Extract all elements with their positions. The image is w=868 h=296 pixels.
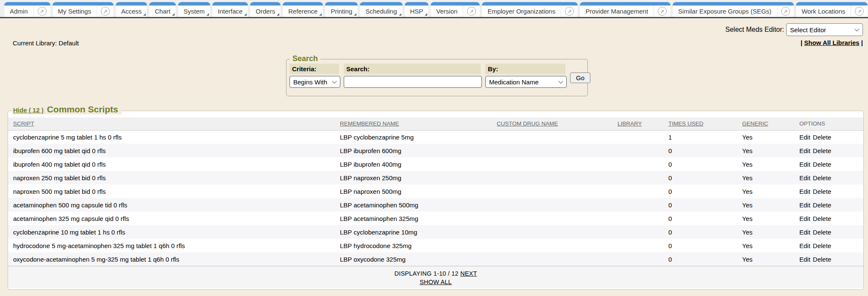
sort-link[interactable]: SCRIPT <box>13 120 34 127</box>
edit-link[interactable]: Edit <box>799 256 810 263</box>
current-library-label: Current Library: Default <box>13 39 79 47</box>
delete-link[interactable]: Delete <box>813 242 831 249</box>
meds-editor-area: Select Meds Editor: Select Editor | Show… <box>725 23 863 46</box>
external-link-button[interactable]: ↗ <box>34 6 50 17</box>
cell-library <box>614 184 665 198</box>
search-panel-legend: Search <box>290 54 320 63</box>
nav-tab-version[interactable]: Version↗ <box>431 2 480 17</box>
edit-link[interactable]: Edit <box>799 161 810 168</box>
sort-link[interactable]: TIMES USED <box>668 120 704 127</box>
cell-remembered-name: LBP cyclobenzaprine 10mg <box>337 225 493 239</box>
criteria-select[interactable]: Begins With <box>289 76 340 88</box>
table-row: oxycodone-acetaminophen 5 mg-325 mg tabl… <box>8 252 863 266</box>
nav-tab-work-locations[interactable]: Work Locations↗ <box>796 2 868 17</box>
nav-tab-my-settings[interactable]: My Settings↗ <box>53 2 114 17</box>
nav-tab-label: Interface <box>212 6 248 17</box>
external-link-button[interactable]: ↗ <box>97 6 114 17</box>
cell-options: EditDelete <box>796 239 863 252</box>
dropdown-corner-icon <box>244 13 247 16</box>
delete-link[interactable]: Delete <box>813 201 831 209</box>
cell-remembered-name: LBP naproxen 250mg <box>337 171 493 184</box>
nav-tab-access[interactable]: Access <box>116 2 147 17</box>
nav-tab-scheduling[interactable]: Scheduling <box>360 2 402 17</box>
external-link-button[interactable]: ↗ <box>561 6 578 17</box>
cell-library <box>614 252 665 266</box>
nav-tab-similar-exposure-groups-segs[interactable]: Similar Exposure Groups (SEGs)↗ <box>673 2 794 17</box>
next-page-link[interactable]: NEXT <box>460 270 477 277</box>
nav-tab-label: Admin <box>4 6 33 17</box>
nav-tab-interface[interactable]: Interface <box>212 2 248 17</box>
external-link-button[interactable]: ↗ <box>777 6 794 17</box>
delete-link[interactable]: Delete <box>813 174 831 182</box>
go-button[interactable]: Go <box>570 73 590 83</box>
cell-options: EditDelete <box>796 225 863 239</box>
cell-script: oxycodone-acetaminophen 5 mg-325 mg tabl… <box>8 252 337 266</box>
column-header-custom-drug-name: CUSTOM DRUG NAME <box>493 117 614 130</box>
external-link-circle-arrow-icon: ↗ <box>658 7 667 16</box>
nav-tab-reference[interactable]: Reference <box>283 2 323 17</box>
sort-link[interactable]: GENERIC <box>742 120 768 127</box>
common-scripts-panel: Hide ( 12 ) Common Scripts SCRIPTREMEMBE… <box>8 111 864 290</box>
chevron-down-icon <box>332 79 337 84</box>
cell-custom-drug-name <box>493 212 614 225</box>
search-by-select[interactable]: Medication Name <box>485 76 567 88</box>
delete-link[interactable]: Delete <box>813 147 831 154</box>
external-link-button[interactable]: ↗ <box>463 6 480 17</box>
edit-link[interactable]: Edit <box>799 147 810 154</box>
cell-generic: Yes <box>739 252 796 266</box>
edit-link[interactable]: Edit <box>799 201 810 209</box>
column-header-times-used: TIMES USED <box>665 117 739 130</box>
nav-tab-hsp[interactable]: HSP <box>405 2 429 17</box>
edit-link[interactable]: Edit <box>799 229 810 236</box>
table-row: hydrocodone 5 mg-acetaminophen 325 mg ta… <box>8 239 863 252</box>
dropdown-corner-icon <box>399 13 401 16</box>
sort-link[interactable]: CUSTOM DRUG NAME <box>497 120 558 127</box>
cell-library <box>614 239 665 252</box>
cell-generic: Yes <box>739 144 796 157</box>
sort-link[interactable]: REMEMBERED NAME <box>340 120 399 127</box>
delete-link[interactable]: Delete <box>813 229 831 236</box>
by-label: By: <box>485 64 565 74</box>
nav-tab-label: System <box>178 6 210 17</box>
edit-link[interactable]: Edit <box>799 242 810 249</box>
displaying-text: DISPLAYING 1-10 / 12 <box>395 270 459 277</box>
delete-link[interactable]: Delete <box>813 188 831 195</box>
external-link-circle-arrow-icon: ↗ <box>565 7 574 16</box>
nav-tab-provider-management[interactable]: Provider Management↗ <box>580 2 670 17</box>
table-pagination: DISPLAYING 1-10 / 12 NEXT SHOW ALL <box>8 266 863 288</box>
nav-tab-employer-organizations[interactable]: Employer Organizations↗ <box>482 2 578 17</box>
external-link-button[interactable]: ↗ <box>654 6 670 17</box>
search-input[interactable] <box>344 76 482 88</box>
table-row: ibuprofen 600 mg tablet qid 0 rflsLBP ib… <box>8 144 863 157</box>
dropdown-corner-icon <box>319 13 322 16</box>
nav-tab-label: Work Locations <box>796 6 851 17</box>
delete-link[interactable]: Delete <box>813 161 831 168</box>
sort-link[interactable]: LIBRARY <box>618 120 642 127</box>
edit-link[interactable]: Edit <box>799 188 810 195</box>
pipe-left: | <box>801 39 802 46</box>
nav-tab-printing[interactable]: Printing <box>325 2 358 17</box>
cell-generic: Yes <box>739 184 796 198</box>
nav-tab-orders[interactable]: Orders <box>250 2 281 17</box>
page-content: Current Library: Default Select Meds Edi… <box>0 18 868 296</box>
show-all-libraries-link[interactable]: Show All Libraries <box>804 39 859 46</box>
nav-tab-chart[interactable]: Chart <box>149 2 176 17</box>
edit-link[interactable]: Edit <box>799 134 810 141</box>
meds-editor-select[interactable]: Select Editor <box>786 23 863 36</box>
external-link-circle-arrow-icon: ↗ <box>855 7 864 16</box>
pipe-right: | <box>861 39 863 46</box>
hide-link[interactable]: Hide ( 12 ) <box>13 106 44 114</box>
cell-script: cyclobenzaprine 5 mg tablet 1 hs 0 rfls <box>8 130 337 144</box>
nav-tab-label: Employer Organizations <box>482 6 561 17</box>
nav-tab-system[interactable]: System <box>178 2 210 17</box>
external-link-button[interactable]: ↗ <box>851 6 868 17</box>
show-all-link[interactable]: SHOW ALL <box>420 279 452 285</box>
common-scripts-title: Common Scripts <box>47 104 118 114</box>
delete-link[interactable]: Delete <box>813 134 831 141</box>
nav-tab-admin[interactable]: Admin↗ <box>4 2 50 17</box>
delete-link[interactable]: Delete <box>813 215 831 222</box>
delete-link[interactable]: Delete <box>813 256 831 263</box>
cell-script: acetaminophen 325 mg capsule qid 0 rfls <box>8 212 337 225</box>
edit-link[interactable]: Edit <box>799 174 810 182</box>
edit-link[interactable]: Edit <box>799 215 810 222</box>
